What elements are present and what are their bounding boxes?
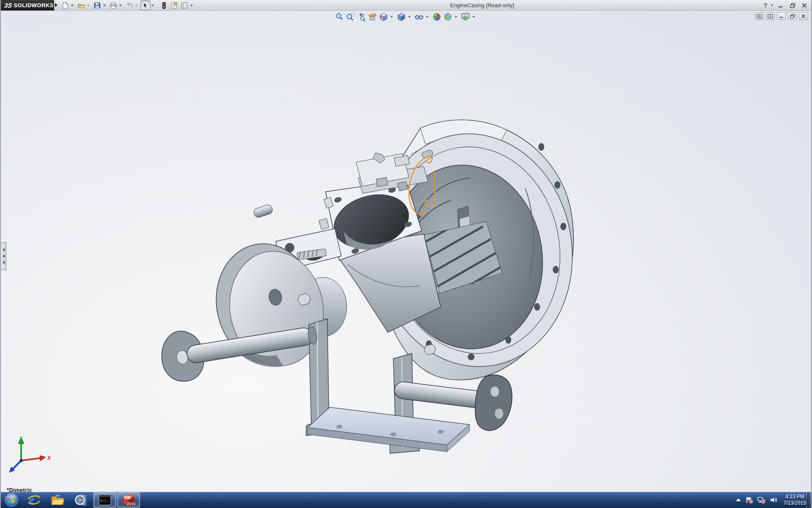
close-button[interactable] (800, 2, 809, 9)
taskbar-command-prompt[interactable]: C:\_ (93, 492, 116, 508)
volume-button[interactable] (770, 497, 778, 503)
new-document-icon (61, 2, 69, 9)
network-status-button[interactable] (757, 496, 766, 504)
save-dropdown-caret[interactable] (103, 5, 106, 6)
file-properties-button[interactable] (169, 0, 179, 10)
select-cursor-icon (142, 2, 149, 9)
view-settings-button[interactable] (461, 12, 471, 22)
view-settings-monitor-icon (461, 12, 470, 22)
engine-casing-model[interactable] (1, 11, 812, 492)
view-settings-caret[interactable] (472, 16, 475, 18)
system-tray: 4:13 PM 7/13/2015 (735, 492, 806, 508)
file-properties-icon (170, 2, 178, 9)
graphics-viewport[interactable]: Y X *Dimetric (1, 11, 811, 492)
display-style-cube-icon (397, 12, 406, 22)
new-document-button[interactable] (60, 0, 70, 10)
hide-show-items-caret[interactable] (426, 16, 428, 18)
options-checklist-icon (181, 2, 188, 9)
undo-icon (126, 2, 133, 9)
taskbar-media-player[interactable] (70, 492, 93, 508)
save-button[interactable] (92, 0, 102, 10)
triad-y-label: Y (19, 436, 23, 442)
action-center-button[interactable] (746, 496, 753, 504)
view-orientation-caret[interactable] (390, 16, 393, 18)
options-button[interactable] (179, 0, 189, 10)
triad-x-label: X (47, 455, 51, 461)
display-style-button[interactable] (396, 12, 406, 22)
new-dropdown-caret[interactable] (71, 5, 74, 6)
print-dropdown-caret[interactable] (119, 5, 122, 6)
open-button[interactable] (76, 0, 86, 10)
show-hidden-icons-button[interactable] (735, 498, 741, 502)
windows-explorer-folder-icon (50, 494, 65, 506)
rebuild-button[interactable] (159, 0, 169, 10)
open-dropdown-caret[interactable] (87, 5, 90, 6)
right-pane-button[interactable] (766, 12, 775, 20)
save-floppy-icon (93, 2, 101, 9)
doc-restore-icon (790, 14, 795, 18)
zoom-to-area-icon (346, 12, 355, 22)
left-pane-button[interactable] (755, 12, 764, 20)
doc-minimize-button[interactable] (777, 12, 786, 20)
document-window-controls (755, 12, 808, 20)
taskbar: e C:\_ (1, 492, 811, 508)
print-button[interactable] (108, 0, 118, 10)
bracket-hole (491, 387, 499, 397)
collapse-arrow-icon (3, 254, 5, 258)
solidworks-app-window: 3S SOLIDWORKS (0, 0, 812, 508)
taskbar-clock[interactable]: 4:13 PM 7/13/2015 (784, 494, 806, 506)
base-plate[interactable] (307, 407, 469, 452)
show-desktop-button[interactable] (807, 492, 811, 508)
rebuild-traffic-light-icon (160, 2, 168, 9)
zoom-to-fit-button[interactable] (335, 12, 345, 22)
view-orientation-button[interactable] (379, 12, 389, 22)
right-shaft-bracket[interactable] (475, 375, 512, 431)
select-tool-button[interactable] (140, 0, 151, 10)
help-icon[interactable]: ? (763, 2, 767, 9)
previous-view-button[interactable] (357, 12, 367, 22)
zoom-to-fit-icon (335, 12, 344, 22)
taskbar-windows-explorer[interactable] (46, 492, 69, 508)
section-view-icon (368, 12, 377, 22)
doc-restore-button[interactable] (788, 12, 797, 20)
hide-show-glasses-icon (414, 12, 424, 22)
bracket-hole (495, 409, 503, 419)
undo-dropdown-caret[interactable] (135, 5, 138, 6)
internet-explorer-icon: e (27, 493, 41, 507)
undo-button[interactable] (124, 0, 134, 10)
menu-flyout-arrow-icon[interactable] (55, 3, 58, 7)
apply-scene-button[interactable] (443, 12, 453, 22)
display-style-caret[interactable] (408, 16, 411, 18)
doc-close-button[interactable] (799, 12, 808, 20)
media-player-icon (74, 493, 88, 507)
section-view-button[interactable] (368, 12, 378, 22)
help-dropdown-caret[interactable] (771, 5, 773, 6)
brand-name: SOLIDWORKS (14, 2, 54, 8)
doc-minimize-icon (779, 14, 784, 18)
start-orb-icon (4, 493, 19, 507)
standard-toolbar (60, 0, 195, 11)
window-controls: ? (763, 0, 809, 11)
zoom-to-area-button[interactable] (346, 12, 356, 22)
headsup-view-toolbar (335, 12, 477, 22)
edit-appearance-button[interactable] (432, 12, 442, 22)
dassault-3ds-logo-icon: 3S (4, 2, 13, 9)
solidworks-logo[interactable]: 3S SOLIDWORKS (1, 0, 54, 11)
restore-icon (790, 3, 796, 8)
print-icon (110, 2, 117, 9)
taskbar-internet-explorer[interactable]: e (22, 492, 45, 508)
svg-text:SW: SW (124, 495, 131, 500)
taskbar-solidworks[interactable]: SW 2015 (117, 492, 140, 508)
select-dropdown-caret[interactable] (151, 5, 154, 6)
svg-text:C:\_: C:\_ (100, 499, 108, 502)
options-dropdown-caret[interactable] (190, 5, 193, 6)
action-center-flag-icon (746, 496, 753, 504)
featuremanager-collapsed-tab[interactable] (1, 242, 6, 270)
apply-scene-caret[interactable] (455, 16, 457, 18)
orientation-triad: Y X (4, 434, 53, 477)
start-button[interactable] (1, 492, 22, 508)
restore-button[interactable] (788, 2, 797, 9)
hide-show-items-button[interactable] (414, 12, 424, 22)
minimize-button[interactable] (776, 2, 785, 9)
collapse-arrow-icon (3, 248, 5, 251)
